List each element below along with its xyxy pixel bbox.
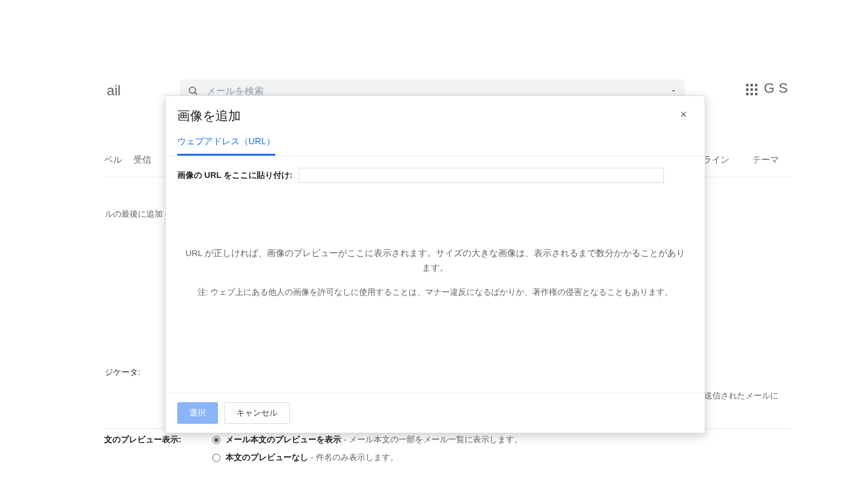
dialog-header: 画像を追加 × bbox=[166, 96, 705, 125]
apps-icon[interactable] bbox=[746, 84, 759, 97]
dialog-body: 画像の URL をここに貼り付け: URL が正しければ、画像のプレビューがここ… bbox=[166, 156, 705, 393]
note-prefix: 注: bbox=[198, 288, 210, 297]
add-image-dialog: 画像を追加 × ウェブアドレス（URL） 画像の URL をここに貼り付け: U… bbox=[165, 95, 705, 433]
svg-point-0 bbox=[189, 87, 196, 93]
preview-opt1-label: メール本文のプレビューを表示 bbox=[226, 434, 341, 445]
image-preview-area: URL が正しければ、画像のプレビューがここに表示されます。サイズの大きな画像は… bbox=[177, 247, 693, 298]
dialog-footer: 選択 キャンセル bbox=[166, 393, 705, 433]
note-body: ウェブ上にある他人の画像を許可なしに使用することは、マナー違反になるばかりか、著… bbox=[210, 288, 673, 297]
snippet-preview-section: 文のプレビュー表示: メール本文のプレビューを表示 - メール本文の一部をメール… bbox=[104, 428, 790, 470]
tab-web-address[interactable]: ウェブアドレス（URL） bbox=[177, 136, 275, 156]
preview-opt2-label: 本文のプレビューなし bbox=[226, 452, 308, 463]
bg-text-indicator-label: ジケータ: bbox=[105, 367, 140, 378]
account-fragment: G S bbox=[764, 80, 788, 97]
image-url-input[interactable] bbox=[299, 168, 664, 183]
radio-no-preview[interactable] bbox=[212, 454, 220, 462]
url-input-label: 画像の URL をここに貼り付け: bbox=[177, 170, 292, 181]
select-button[interactable]: 選択 bbox=[177, 402, 218, 424]
bg-text-fragment-3: 送信されたメールに bbox=[704, 390, 778, 402]
svg-line-1 bbox=[195, 93, 197, 95]
radio-show-preview[interactable] bbox=[212, 436, 220, 444]
preview-section-label: 文のプレビュー表示: bbox=[104, 434, 212, 445]
copyright-note: 注: ウェブ上にある他人の画像を許可なしに使用することは、マナー違反になるばかり… bbox=[184, 287, 687, 298]
preview-opt1-desc: - メール本文の一部をメール一覧に表示します。 bbox=[344, 434, 522, 445]
tab-fragment-labels[interactable]: ベル bbox=[104, 154, 122, 171]
tab-fragment-inbox[interactable]: 受信 bbox=[133, 154, 151, 171]
tab-fragment-theme[interactable]: テーマ bbox=[752, 154, 779, 171]
close-icon[interactable]: × bbox=[677, 107, 689, 121]
bg-text-fragment-1: ルの最後に追加 bbox=[105, 209, 163, 220]
preview-opt2-desc: - 件名のみ表示します。 bbox=[311, 452, 398, 463]
dialog-tabs: ウェブアドレス（URL） bbox=[166, 125, 705, 156]
cancel-button[interactable]: キャンセル bbox=[224, 402, 290, 424]
dialog-title: 画像を追加 bbox=[177, 107, 241, 125]
app-logo-fragment: ail bbox=[107, 83, 121, 99]
preview-hint-text: URL が正しければ、画像のプレビューがここに表示されます。サイズの大きな画像は… bbox=[184, 247, 687, 276]
search-options-caret[interactable] bbox=[670, 87, 677, 95]
